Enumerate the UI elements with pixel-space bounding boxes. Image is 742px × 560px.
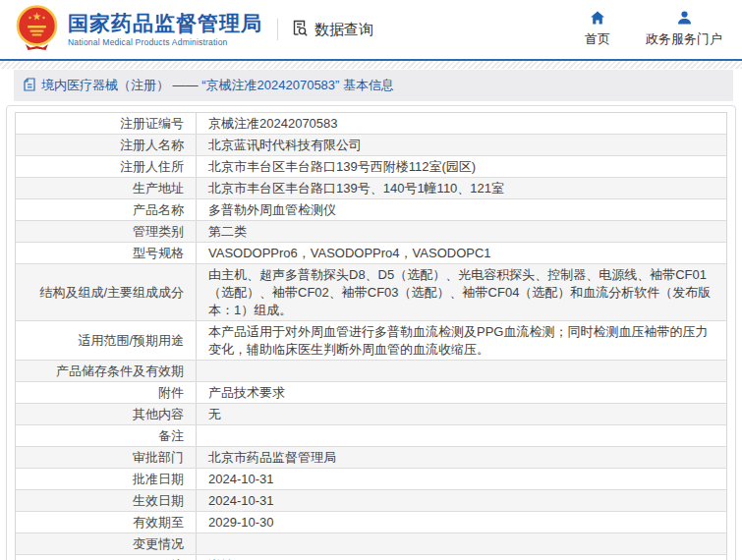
field-value: 多普勒外周血管检测仪 [197, 199, 727, 221]
field-value: 本产品适用于对外周血管进行多普勒血流检测及PPG血流检测；同时检测血压袖带的压力… [197, 321, 727, 361]
breadcrumb: 境内医疗器械（注册） —— “京械注准20242070583” 基本信息 [14, 70, 733, 101]
field-label: 注册人住所 [16, 156, 197, 178]
nav-home-label: 首页 [585, 30, 610, 48]
field-label: 变更情况 [16, 533, 197, 555]
field-value: 详情 [197, 555, 727, 560]
org-name-en: National Medical Products Administration [68, 37, 262, 47]
table-row: 产品储存条件及有效期 [16, 361, 727, 382]
field-label: 注册证编号 [16, 113, 197, 135]
field-label: 管理类别 [16, 221, 197, 243]
national-emblem-icon [14, 4, 60, 55]
table-row: 批准日期2024-10-31 [16, 469, 727, 490]
table-row: 注册人名称北京蓝讯时代科技有限公司 [16, 135, 727, 156]
table-row: 生产地址北京市丰台区丰台路口139号、140号1幢110、121室 [16, 178, 727, 199]
table-row: 生效日期2024-10-31 [16, 490, 727, 512]
table-row: 产品名称多普勒外周血管检测仪 [16, 199, 727, 221]
field-label: 产品储存条件及有效期 [16, 361, 197, 382]
table-row: 适用范围/预期用途本产品适用于对外周血管进行多普勒血流检测及PPG血流检测；同时… [16, 321, 727, 361]
table-row: 注册人住所北京市丰台区丰台路口139号西附楼112室(园区) [16, 156, 727, 178]
field-value: 2024-10-31 [197, 490, 727, 512]
field-value: 产品技术要求 [197, 382, 727, 404]
nav-portal-label: 政务服务门户 [646, 30, 722, 48]
field-value: 2029-10-30 [197, 512, 727, 533]
data-query-label: 数据查询 [314, 21, 373, 39]
org-name-cn: 国家药品监督管理局 [68, 12, 262, 35]
table-row: 变更情况 [16, 533, 727, 555]
home-icon [590, 11, 605, 28]
field-label: 注册人名称 [16, 135, 197, 156]
field-label: 适用范围/预期用途 [16, 321, 197, 361]
nav-data-query[interactable]: 数据查询 [291, 19, 373, 40]
field-label: 批准日期 [16, 469, 197, 490]
field-value [197, 425, 727, 447]
data-query-icon [291, 19, 310, 40]
field-value: 京械注准20242070583 [197, 113, 727, 135]
info-card: 注册证编号京械注准20242070583注册人名称北京蓝讯时代科技有限公司注册人… [6, 105, 736, 560]
field-label: 结构及组成/主要组成成分 [16, 264, 197, 321]
field-value: 无 [197, 404, 727, 425]
document-icon [24, 78, 35, 94]
info-table-body: 注册证编号京械注准20242070583注册人名称北京蓝讯时代科技有限公司注册人… [16, 113, 727, 560]
field-value: 第二类 [197, 221, 727, 243]
field-label: 生效日期 [16, 490, 197, 512]
field-value: 北京市丰台区丰台路口139号西附楼112室(园区) [197, 156, 727, 178]
field-value: 2024-10-31 [197, 469, 727, 490]
table-row: 型号规格VASODOPPro6，VASODOPPro4，VASODOPC1 [16, 243, 727, 264]
field-label: 注 [16, 555, 197, 560]
info-table: 注册证编号京械注准20242070583注册人名称北京蓝讯时代科技有限公司注册人… [15, 112, 727, 560]
nav-portal[interactable]: 政务服务门户 [646, 11, 722, 48]
table-row: 审批部门北京市药品监督管理局 [16, 447, 727, 469]
table-row: 注详情 [16, 555, 727, 560]
header-divider [277, 19, 278, 40]
field-label: 备注 [16, 425, 197, 447]
field-value: 北京市丰台区丰台路口139号、140号1幢110、121室 [197, 178, 727, 199]
site-header: 国家药品监督管理局 National Medical Products Admi… [0, 0, 742, 61]
table-row: 备注 [16, 425, 727, 447]
header-right-nav: 首页 政务服务门户 [585, 11, 728, 48]
person-icon [677, 11, 692, 28]
field-label: 生产地址 [16, 178, 197, 199]
nav-home[interactable]: 首页 [585, 11, 610, 48]
site-logo[interactable]: 国家药品监督管理局 National Medical Products Admi… [14, 4, 262, 55]
field-value [197, 361, 727, 382]
table-row: 结构及组成/主要组成成分由主机、超声多普勒探头D8、D5（选配）、光电容积探头、… [16, 264, 727, 321]
table-row: 管理类别第二类 [16, 221, 727, 243]
table-row: 附件产品技术要求 [16, 382, 727, 404]
field-label: 型号规格 [16, 243, 197, 264]
field-label: 有效期至 [16, 512, 197, 533]
field-value: 北京蓝讯时代科技有限公司 [197, 135, 727, 156]
decorative-hatch-band [0, 61, 742, 69]
table-row: 注册证编号京械注准20242070583 [16, 113, 727, 135]
table-row: 其他内容无 [16, 404, 727, 425]
field-value: 由主机、超声多普勒探头D8、D5（选配）、光电容积探头、控制器、电源线、袖带CF… [197, 264, 727, 321]
field-value: 北京市药品监督管理局 [197, 447, 727, 469]
field-value [197, 533, 727, 555]
field-label: 附件 [16, 382, 197, 404]
field-value: VASODOPPro6，VASODOPPro4，VASODOPC1 [197, 243, 727, 264]
field-label: 审批部门 [16, 447, 197, 469]
field-label: 产品名称 [16, 199, 197, 221]
field-label: 其他内容 [16, 404, 197, 425]
breadcrumb-text: 境内医疗器械（注册） —— “京械注准20242070583” 基本信息 [41, 77, 394, 94]
table-row: 有效期至2029-10-30 [16, 512, 727, 533]
